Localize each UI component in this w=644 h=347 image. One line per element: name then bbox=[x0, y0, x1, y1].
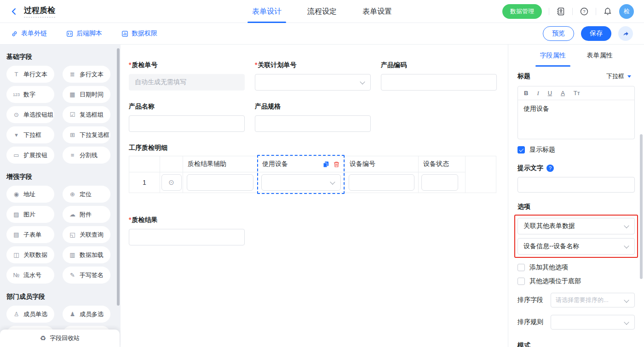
trash-icon[interactable] bbox=[333, 161, 340, 168]
title-value-input[interactable]: 使用设备 bbox=[518, 100, 634, 139]
external-link-action[interactable]: 表单外链 bbox=[11, 29, 47, 38]
sidebar-field-signature[interactable]: ✎手写签名 bbox=[63, 267, 110, 284]
form-canvas: 质检单号 自动生成无需填写 关联计划单号 产品编码 产品名称 bbox=[121, 45, 508, 347]
data-permission-action[interactable]: 数据权限 bbox=[121, 29, 157, 38]
device-select[interactable] bbox=[261, 174, 341, 191]
tab-flow-setting[interactable]: 流程设定 bbox=[307, 0, 337, 23]
subform-title: 工序质检明细 bbox=[129, 144, 508, 152]
column-header[interactable]: 设备状态 bbox=[419, 156, 466, 172]
divider bbox=[596, 8, 596, 15]
properties-panel: 字段属性 表单属性 标题 下拉框 B I U A Tт 使用设备 bbox=[508, 45, 644, 347]
header-index-cell bbox=[129, 156, 160, 172]
product-code-input[interactable] bbox=[381, 74, 497, 91]
sort-rule-select[interactable] bbox=[551, 315, 635, 330]
hint-text-input[interactable] bbox=[518, 177, 635, 193]
qc-result-helper-input[interactable] bbox=[187, 174, 253, 191]
underline-icon[interactable]: U bbox=[548, 90, 552, 97]
field-qc-result[interactable]: 质检结果 bbox=[129, 216, 245, 245]
sidebar-field-member-single[interactable]: ♙成员单选 bbox=[6, 306, 54, 323]
field-product-spec[interactable]: 产品规格 bbox=[255, 102, 371, 132]
sidebar-field-data-load[interactable]: ▥数据加载 bbox=[63, 246, 110, 263]
share-button[interactable] bbox=[618, 26, 633, 41]
sidebar-field-serial-number[interactable]: №流水号 bbox=[6, 267, 54, 284]
panel-scrollbar[interactable] bbox=[640, 134, 643, 279]
preview-button[interactable]: 预览 bbox=[543, 26, 574, 41]
product-name-input[interactable] bbox=[129, 115, 245, 132]
save-button[interactable]: 保存 bbox=[581, 26, 611, 41]
empty-column bbox=[466, 156, 496, 193]
sidebar-field-label: 成员单选 bbox=[23, 310, 47, 319]
row-picker-button[interactable]: ⊙ bbox=[161, 174, 182, 191]
column-header[interactable]: 质检结果辅助 bbox=[183, 156, 258, 172]
sidebar-sections: 基础字段T单行文本≣多行文本123数字▦日期时间⊙单选按钮组☑复选框组▾下拉框⊞… bbox=[6, 53, 121, 343]
title-label: 标题 bbox=[518, 72, 530, 80]
sidebar-field-image[interactable]: ▨图片 bbox=[6, 206, 54, 223]
tab-form-setting[interactable]: 表单设置 bbox=[362, 0, 392, 23]
device-status-input[interactable] bbox=[421, 174, 458, 191]
sidebar-field-textarea[interactable]: ≣多行文本 bbox=[63, 66, 110, 83]
sidebar-field-datetime[interactable]: ▦日期时间 bbox=[63, 86, 110, 103]
sidebar-field-number[interactable]: 123数字 bbox=[6, 86, 54, 103]
other-option-bottom-checkbox[interactable] bbox=[518, 278, 525, 285]
data-manage-button[interactable]: 数据管理 bbox=[502, 4, 542, 19]
sidebar-field-label: 定位 bbox=[80, 190, 92, 199]
hint-help-icon[interactable] bbox=[546, 165, 554, 172]
field-plan-no[interactable]: 关联计划单号 bbox=[255, 61, 371, 91]
column-header[interactable]: 设备编号 bbox=[345, 156, 419, 172]
font-color-icon[interactable]: A bbox=[561, 90, 565, 97]
column-header-selected[interactable]: 使用设备 bbox=[258, 156, 345, 172]
sidebar-field-radio-group[interactable]: ⊙单选按钮组 bbox=[6, 106, 54, 123]
option-field-select[interactable]: 设备信息--设备名称 bbox=[518, 238, 635, 255]
product-spec-input[interactable] bbox=[255, 115, 371, 132]
sidebar-scrollbar[interactable] bbox=[117, 48, 120, 306]
tab-form-design[interactable]: 表单设计 bbox=[252, 0, 282, 23]
sidebar-field-select[interactable]: ▾下拉框 bbox=[6, 126, 54, 143]
field-product-code[interactable]: 产品编码 bbox=[381, 61, 497, 91]
member-single-icon: ♙ bbox=[12, 311, 20, 318]
italic-icon[interactable]: I bbox=[537, 90, 539, 97]
number-icon: 123 bbox=[12, 92, 20, 97]
field-product-name[interactable]: 产品名称 bbox=[129, 102, 245, 132]
plan-no-select[interactable] bbox=[255, 74, 371, 91]
sidebar-field-label: 关联查询 bbox=[80, 231, 104, 239]
font-size-icon[interactable]: Tт bbox=[574, 90, 580, 97]
multi-select-icon: ⊞ bbox=[69, 131, 76, 138]
sidebar-field-location[interactable]: ⊕定位 bbox=[63, 186, 110, 203]
divider bbox=[572, 8, 573, 15]
bold-icon[interactable]: B bbox=[524, 90, 528, 97]
sidebar-field-subform[interactable]: ▤子表单 bbox=[6, 226, 54, 243]
option-source-select[interactable]: 关联其他表单数据 bbox=[518, 218, 635, 234]
page-title[interactable]: 过程质检 bbox=[24, 5, 55, 17]
sidebar-field-linked-query[interactable]: ◱关联查询 bbox=[63, 226, 110, 243]
show-title-checkbox[interactable] bbox=[518, 146, 525, 154]
bell-icon[interactable] bbox=[603, 7, 612, 16]
sidebar-field-text[interactable]: T单行文本 bbox=[6, 66, 54, 83]
field-type-select[interactable]: 下拉框 bbox=[603, 70, 635, 82]
caret-down-icon bbox=[627, 75, 631, 78]
copy-icon[interactable] bbox=[322, 161, 329, 168]
field-qc-no[interactable]: 质检单号 自动生成无需填写 bbox=[129, 61, 245, 91]
contacts-icon[interactable] bbox=[556, 7, 565, 16]
help-icon[interactable]: ? bbox=[580, 7, 589, 16]
sidebar-field-attachment[interactable]: ☁附件 bbox=[63, 206, 110, 223]
tab-form-properties[interactable]: 表单属性 bbox=[587, 45, 613, 67]
backend-script-action[interactable]: 后端脚本 bbox=[66, 29, 102, 38]
tab-field-properties[interactable]: 字段属性 bbox=[540, 45, 566, 67]
sort-field-select[interactable]: 请选择需要排序的... bbox=[551, 293, 635, 307]
sidebar-field-extend-button[interactable]: ▭扩展按钮 bbox=[6, 147, 54, 164]
sidebar-field-address[interactable]: ◉地址 bbox=[6, 186, 54, 203]
qc-result-input[interactable] bbox=[129, 229, 245, 245]
back-button[interactable] bbox=[10, 7, 18, 16]
field-recycle-bin[interactable]: ♻ 字段回收站 bbox=[0, 330, 120, 347]
sidebar-field-multi-select[interactable]: ⊞下拉复选框 bbox=[63, 126, 110, 143]
device-no-input[interactable] bbox=[349, 174, 414, 191]
add-other-option-checkbox[interactable] bbox=[518, 264, 525, 271]
sidebar-field-checkbox-group[interactable]: ☑复选框组 bbox=[63, 106, 110, 123]
field-label: 产品编码 bbox=[381, 61, 497, 69]
avatar[interactable]: 检 bbox=[619, 4, 634, 19]
field-label: 产品名称 bbox=[129, 102, 245, 111]
sidebar-field-member-multi[interactable]: ♟成员多选 bbox=[63, 306, 110, 323]
sidebar-field-divider[interactable]: ≡分割线 bbox=[63, 147, 110, 164]
sidebar-field-linked-data[interactable]: ◫关联数据 bbox=[6, 246, 54, 263]
sidebar-field-label: 复选框组 bbox=[80, 111, 104, 119]
